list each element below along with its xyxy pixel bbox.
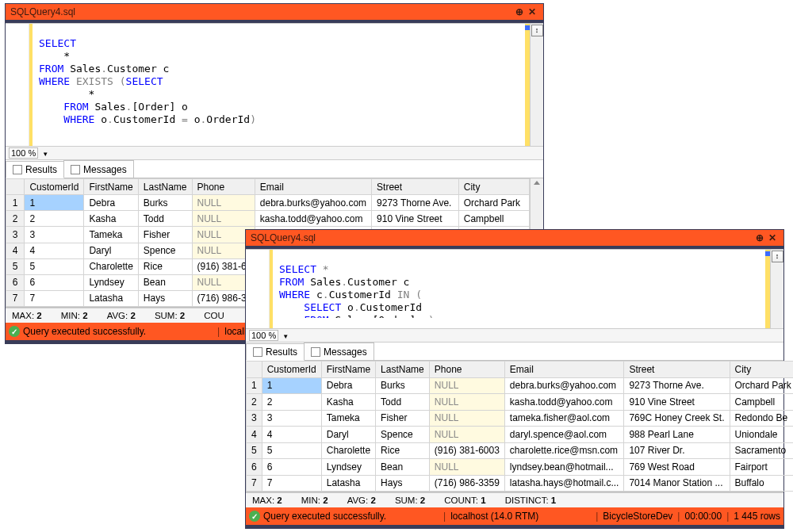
cell[interactable]: 769C Honey Creek St. [624, 410, 730, 427]
cell[interactable]: NULL [429, 394, 504, 411]
table-row[interactable]: 11DebraBurksNULLdebra.burks@yahoo.com927… [6, 195, 530, 211]
sql-editor-pane[interactable]: SELECT * FROM Sales.Customer c WHERE EXI… [6, 23, 543, 146]
cell[interactable]: Fisher [138, 227, 192, 243]
cell[interactable]: Sacramento [730, 442, 793, 459]
cell[interactable]: tameka.fisher@aol.com [504, 410, 624, 427]
col-header[interactable]: CustomerId [262, 362, 321, 378]
tab-messages[interactable]: Messages [63, 160, 134, 178]
cell[interactable]: Debra [321, 377, 375, 394]
sql-editor[interactable]: SELECT * FROM Sales.Customer c WHERE EXI… [33, 34, 530, 136]
tab-results[interactable]: Results [246, 343, 305, 361]
col-header[interactable]: Email [255, 179, 371, 195]
sql-editor[interactable]: SELECT * FROM Sales.Customer c WHERE c.C… [273, 260, 770, 318]
cell[interactable]: NULL [429, 427, 504, 443]
cell[interactable]: Redondo Be [730, 410, 793, 427]
cell[interactable]: 1 [25, 195, 84, 211]
editor-scrollbar[interactable]: ↕ [770, 250, 783, 328]
split-view-icon[interactable]: ↕ [531, 25, 543, 36]
cell[interactable]: 6 [25, 274, 84, 290]
cell[interactable]: 7 [25, 290, 84, 306]
col-header[interactable]: Phone [192, 179, 255, 195]
col-header[interactable]: City [730, 362, 793, 378]
cell[interactable]: Tameka [321, 410, 375, 427]
cell[interactable]: Latasha [84, 290, 138, 306]
cell[interactable]: 2 [25, 211, 84, 227]
cell[interactable]: Fisher [376, 410, 430, 427]
cell[interactable]: Spence [376, 427, 430, 443]
cell[interactable]: Latasha [321, 475, 375, 492]
zoom-dropdown[interactable]: 100 % [9, 147, 38, 159]
col-header[interactable]: City [458, 179, 529, 195]
cell[interactable]: Burks [376, 377, 430, 394]
cell[interactable]: Todd [138, 211, 192, 227]
cell[interactable]: Daryl [321, 427, 375, 443]
cell[interactable]: 769 West Road [624, 459, 730, 476]
cell[interactable]: 910 Vine Street [624, 394, 730, 411]
cell[interactable]: NULL [429, 459, 504, 476]
cell[interactable]: Hays [376, 475, 430, 492]
cell[interactable]: 6 [262, 459, 321, 476]
col-header[interactable]: CustomerId [25, 179, 84, 195]
sql-editor-pane[interactable]: SELECT * FROM Sales.Customer c WHERE c.C… [246, 249, 783, 328]
cell[interactable]: 9273 Thorne Ave. [372, 195, 459, 211]
cell[interactable]: Charolette [84, 258, 138, 274]
cell[interactable]: Fairport [730, 459, 793, 476]
col-header[interactable]: Phone [429, 362, 504, 378]
table-row[interactable]: 11DebraBurksNULLdebra.burks@yahoo.com927… [247, 377, 794, 394]
cell[interactable]: 4 [25, 243, 84, 258]
cell[interactable]: (916) 381-6003 [429, 442, 504, 459]
table-row[interactable]: 22KashaToddNULLkasha.todd@yahoo.com910 V… [6, 211, 530, 227]
table-row[interactable]: 44DarylSpenceNULLdaryl.spence@aol.com988… [247, 427, 794, 443]
cell[interactable]: NULL [192, 211, 255, 227]
dropdown-chevron-icon[interactable]: ▼ [40, 151, 48, 158]
col-header[interactable]: FirstName [321, 362, 375, 378]
table-row[interactable]: 33TamekaFisherNULLtameka.fisher@aol.com7… [247, 410, 794, 427]
col-header[interactable]: Street [624, 362, 730, 378]
cell[interactable]: Debra [84, 195, 138, 211]
cell[interactable]: Spence [138, 243, 192, 258]
cell[interactable]: Bean [138, 274, 192, 290]
cell[interactable]: debra.burks@yahoo.com [504, 377, 624, 394]
titlebar[interactable]: SQLQuery4.sql ⊕ ✕ [6, 4, 543, 20]
cell[interactable]: lyndsey.bean@hotmail... [504, 459, 624, 476]
cell[interactable]: 3 [25, 227, 84, 243]
cell[interactable]: Charolette [321, 442, 375, 459]
cell[interactable]: 4 [262, 427, 321, 443]
cell[interactable]: Campbell [730, 394, 793, 411]
cell[interactable]: 107 River Dr. [624, 442, 730, 459]
cell[interactable]: 7 [262, 475, 321, 492]
table-row[interactable]: 66LyndseyBeanNULLlyndsey.bean@hotmail...… [247, 459, 794, 476]
cell[interactable]: (716) 986-3359 [429, 475, 504, 492]
zoom-dropdown[interactable]: 100 % [249, 330, 278, 341]
cell[interactable]: Kasha [84, 211, 138, 227]
results-grid[interactable]: CustomerIdFirstNameLastNamePhoneEmailStr… [246, 361, 793, 492]
table-row[interactable]: 22KashaToddNULLkasha.todd@yahoo.com910 V… [247, 394, 794, 411]
cell[interactable]: Lyndsey [84, 274, 138, 290]
cell[interactable]: 9273 Thorne Ave. [624, 377, 730, 394]
cell[interactable]: 2 [262, 394, 321, 411]
col-header[interactable]: FirstName [84, 179, 138, 195]
cell[interactable]: Bean [376, 459, 430, 476]
cell[interactable]: 5 [262, 442, 321, 459]
cell[interactable]: daryl.spence@aol.com [504, 427, 624, 443]
editor-scrollbar[interactable]: ↕ [530, 24, 543, 146]
cell[interactable]: Buffalo [730, 475, 793, 492]
cell[interactable]: Orchard Park [458, 195, 529, 211]
titlebar[interactable]: SQLQuery4.sql ⊕ ✕ [246, 230, 783, 246]
close-icon[interactable]: ✕ [526, 6, 538, 17]
cell[interactable]: latasha.hays@hotmail.c... [504, 475, 624, 492]
dropdown-chevron-icon[interactable]: ▼ [281, 333, 289, 340]
cell[interactable]: 5 [25, 258, 84, 274]
col-header[interactable]: LastName [376, 362, 430, 378]
table-row[interactable]: 55CharoletteRice(916) 381-6003charolette… [247, 442, 794, 459]
cell[interactable]: Tameka [84, 227, 138, 243]
cell[interactable]: 910 Vine Street [372, 211, 459, 227]
cell[interactable]: Burks [138, 195, 192, 211]
cell[interactable]: Daryl [84, 243, 138, 258]
tab-results[interactable]: Results [6, 161, 64, 178]
pin-icon[interactable]: ⊕ [753, 232, 766, 243]
cell[interactable]: charolette.rice@msn.com [504, 442, 624, 459]
cell[interactable]: Rice [138, 258, 192, 274]
cell[interactable]: debra.burks@yahoo.com [255, 195, 371, 211]
pin-icon[interactable]: ⊕ [513, 6, 526, 17]
